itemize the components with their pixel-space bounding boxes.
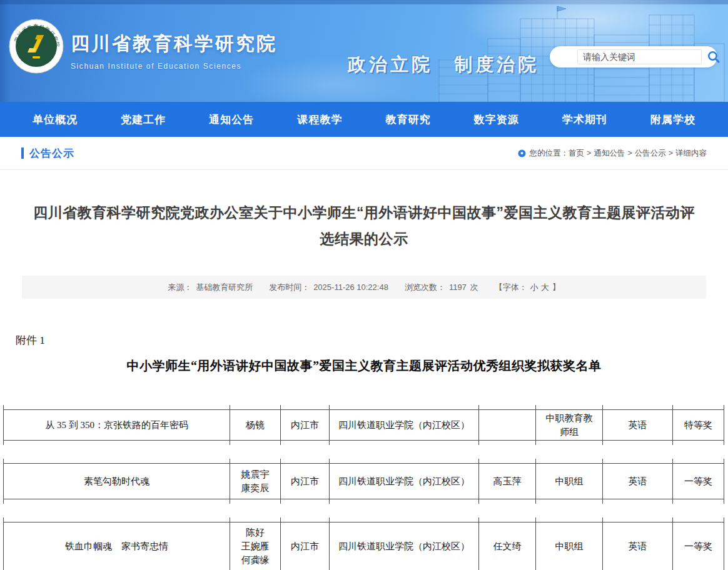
- font-large-button[interactable]: 大: [541, 282, 549, 293]
- nav-item-digital[interactable]: 数字资源: [474, 112, 519, 127]
- cell-group: 中职教育教 师组: [535, 409, 602, 441]
- font-size-close: 】: [552, 282, 560, 293]
- article-title: 四川省教育科学研究院党政办公室关于中小学师生“用外语讲好中国故事”爱国主义教育主…: [26, 199, 702, 252]
- section-accent-bar: [21, 148, 24, 159]
- cell-school: 四川铁道职业学院（内江校区）: [329, 463, 478, 499]
- cell-language: 英语: [602, 463, 672, 499]
- location-pin-icon: [518, 149, 526, 158]
- table-border-ticks: [3, 499, 724, 504]
- nav-item-notices[interactable]: 通知公告: [209, 112, 254, 127]
- header-slogan: 政治立院 制度治院: [348, 52, 539, 78]
- search-button[interactable]: [707, 49, 720, 65]
- table-border-ticks: [3, 518, 724, 522]
- award-table-block: 从 35 到 350：京张铁路的百年密码 杨镜 内江市 四川铁道职业学院（内江校…: [3, 405, 724, 445]
- cell-language: 英语: [602, 409, 672, 441]
- page: 四川省教育科学研究院 四川省教育科学研究院 Sichuan Institute …: [0, 0, 728, 570]
- cell-teacher: 高玉萍: [478, 463, 535, 499]
- nav-item-party[interactable]: 党建工作: [121, 112, 166, 127]
- site-name-english: Sichuan Institute of Education Sciences: [71, 62, 277, 71]
- table-row: 素笔勾勒时代魂 姚震宇 康奕辰 内江市 四川铁道职业学院（内江校区） 高玉萍 中…: [3, 463, 724, 499]
- site-header: 四川省教育科学研究院 四川省教育科学研究院 Sichuan Institute …: [0, 0, 728, 102]
- cell-participants: 姚震宇 康奕辰: [230, 463, 280, 499]
- nav-item-schools[interactable]: 附属学校: [650, 112, 695, 127]
- cell-participants: 陈好 王婉雁 何龚缘: [230, 522, 280, 570]
- cell-award: 一等奖: [672, 522, 724, 570]
- breadcrumb-notices[interactable]: 通知公告: [594, 148, 625, 159]
- cell-city: 内江市: [280, 409, 329, 441]
- table-row: 从 35 到 350：京张铁路的百年密码 杨镜 内江市 四川铁道职业学院（内江校…: [3, 409, 724, 441]
- table-border-ticks: [3, 405, 724, 409]
- publish-time-label: 发布时间：: [269, 282, 310, 293]
- nav-item-research[interactable]: 教育研究: [386, 112, 431, 127]
- cell-award: 一等奖: [672, 463, 724, 499]
- cell-work: 素笔勾勒时代魂: [3, 463, 230, 499]
- views-value: 1197: [449, 282, 467, 292]
- breadcrumb: 您的位置： 首页 > 通知公告 > 公告公示 > 详细内容: [518, 148, 707, 159]
- cell-work: 铁血巾帼魂 家书寄忠情: [3, 522, 230, 570]
- attachment-label: 附件 1: [16, 333, 728, 348]
- site-name: 四川省教育科学研究院: [71, 31, 277, 57]
- site-identity: 四川省教育科学研究院 Sichuan Institute of Educatio…: [71, 31, 277, 71]
- cell-group: 中职组: [535, 522, 602, 570]
- breadcrumb-separator: >: [669, 149, 673, 158]
- nav-item-courses[interactable]: 课程教学: [297, 112, 342, 127]
- cell-school: 四川铁道职业学院（内江校区）: [329, 409, 478, 441]
- views-label: 浏览次数：: [405, 282, 445, 293]
- table-border-ticks: [3, 459, 724, 463]
- breadcrumb-announcements[interactable]: 公告公示: [635, 148, 666, 159]
- cell-teacher: [478, 409, 535, 441]
- search-input[interactable]: [577, 49, 702, 64]
- cell-city: 内江市: [280, 522, 329, 570]
- cell-city: 内江市: [280, 463, 329, 499]
- document-body: 附件 1 中小学师生“用外语讲好中国故事”爱国主义教育主题展评活动优秀组织奖拟获…: [0, 333, 728, 570]
- search-box: [550, 46, 717, 68]
- cell-teacher: 任文绮: [478, 522, 535, 570]
- cell-award: 特等奖: [672, 409, 724, 441]
- breadcrumb-bar: 公告公示 您的位置： 首页 > 通知公告 > 公告公示 > 详细内容: [0, 137, 728, 170]
- publish-time-value: 2025-11-26 10:22:48: [313, 282, 388, 292]
- breadcrumb-separator: >: [627, 149, 632, 158]
- section-title: 公告公示: [29, 146, 74, 161]
- breadcrumb-current: 详细内容: [675, 148, 707, 159]
- main-navigation: 单位概况 党建工作 通知公告 课程教学 教育研究 数字资源 学术期刊 附属学校: [0, 102, 728, 137]
- cell-language: 英语: [602, 522, 672, 570]
- breadcrumb-separator: >: [587, 149, 591, 158]
- cell-work: 从 35 到 350：京张铁路的百年密码: [3, 409, 230, 441]
- views-unit: 次: [470, 282, 478, 293]
- nav-item-overview[interactable]: 单位概况: [33, 112, 78, 127]
- breadcrumb-home[interactable]: 首页: [569, 148, 584, 159]
- award-list-heading: 中小学师生“用外语讲好中国故事”爱国主义教育主题展评活动优秀组织奖拟获奖名单: [0, 358, 728, 374]
- source-label: 来源：: [168, 282, 192, 293]
- table-border-ticks: [3, 441, 724, 445]
- font-small-button[interactable]: 小: [530, 282, 538, 293]
- award-table-block: 素笔勾勒时代魂 姚震宇 康奕辰 内江市 四川铁道职业学院（内江校区） 高玉萍 中…: [3, 459, 724, 504]
- institute-logo[interactable]: 四川省教育科学研究院: [9, 19, 64, 74]
- cell-group: 中职组: [535, 463, 602, 499]
- article-meta-bar: 来源：基础教育研究所 发布时间：2025-11-26 10:22:48 浏览次数…: [22, 276, 706, 299]
- cell-school: 四川铁道职业学院（内江校区）: [329, 522, 478, 570]
- nav-item-journals[interactable]: 学术期刊: [562, 112, 607, 127]
- source-value: 基础教育研究所: [196, 282, 253, 293]
- location-label: 您的位置：: [530, 148, 569, 159]
- award-table-block: 铁血巾帼魂 家书寄忠情 陈好 王婉雁 何龚缘 内江市 四川铁道职业学院（内江校区…: [3, 518, 724, 570]
- cell-participants: 杨镜: [230, 409, 280, 441]
- font-size-open: 【字体：: [495, 282, 527, 293]
- table-row: 铁血巾帼魂 家书寄忠情 陈好 王婉雁 何龚缘 内江市 四川铁道职业学院（内江校区…: [3, 522, 724, 570]
- search-icon: [707, 50, 720, 64]
